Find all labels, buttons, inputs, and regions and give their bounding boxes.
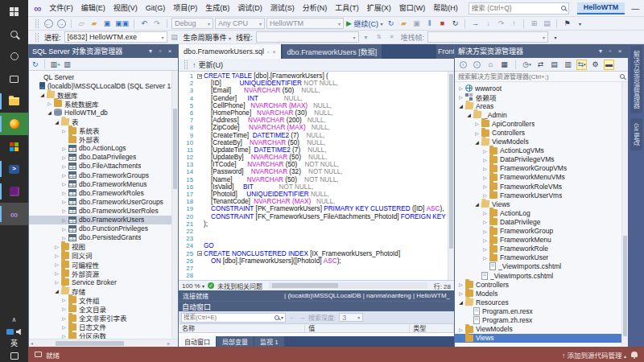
bookmark-button[interactable]: ⚑ [561,18,572,30]
window-position-icon[interactable]: ▾ [146,47,155,55]
autos-search-box[interactable]: ▾ [181,313,286,323]
home-icon[interactable]: ⌂ [485,60,496,70]
ime-indicator[interactable]: 英 [0,338,28,350]
tree-item[interactable]: ▷FrameworkUser [455,253,621,262]
code-line[interactable]: 12 [UpdateBy] NVARCHAR (50) NULL, [179,154,448,161]
autos-titlebar[interactable]: 自动窗口 [179,302,454,311]
tree-item[interactable]: Program.en.resx [455,306,621,315]
taskbar-search-button[interactable] [0,23,28,45]
expander-closed-icon[interactable]: ▷ [481,157,489,162]
thread-flag-icon[interactable]: ⇅ [374,31,385,43]
expander-closed-icon[interactable]: ▷ [60,199,68,204]
save-button[interactable]: ▣ [101,18,113,30]
tree-item[interactable]: ▷dbo.FrameworkUserRoles [29,206,171,215]
code-line[interactable]: 17 [PhotoId] UNIQUEIDENTIFIER NULL, [179,191,448,198]
switch-views-icon[interactable]: ▦ [499,60,510,70]
open-file-button[interactable]: ▰ [89,18,100,30]
tree-item[interactable]: ▷Service Broker [29,278,171,286]
tree-item[interactable]: ◢_Admin [455,110,621,119]
tree-item[interactable]: ◢表 [29,117,171,125]
code-line[interactable]: 20 CONSTRAINT [FK_FrameworkUsers_FileAtt… [179,213,448,220]
cortana-button[interactable] [0,45,28,68]
task-view-button[interactable] [0,68,28,90]
process-dropdown[interactable]: [6832] HelloWTM.exe▾ [64,31,167,43]
sql-tree-horizontal-scrollbar[interactable]: ◂▸ [29,339,178,347]
hot-reload-button[interactable]: ↻ [385,18,396,30]
tree-item[interactable]: ▷dbo.FrameworkGroups [29,171,171,179]
nav-back-icon[interactable]: ← [44,19,53,28]
tree-item[interactable]: ▷dbo.DataPrivileges [29,153,171,162]
toolbar-overflow-button[interactable]: ▾ [574,18,585,30]
code-line[interactable]: 8 [ZipCode] NVARCHAR (MAX) NULL, [179,124,448,131]
minimize-button[interactable]: — [625,0,644,16]
visual-studio-button[interactable]: ∞ [0,203,28,225]
thread-dropdown[interactable]: ▾ [256,31,359,43]
code-line[interactable]: 24GO [179,242,448,249]
expander-closed-icon[interactable]: ▷ [60,217,68,223]
tree-item[interactable]: ▷dbo.FileAttachments [29,162,171,171]
tree-item[interactable]: ▷日志文件 [29,323,171,331]
notifications-bell-icon[interactable] [631,352,638,357]
step-into-button[interactable]: ↓ [482,18,493,30]
expander-closed-icon[interactable]: ▷ [60,297,68,302]
expander-closed-icon[interactable]: ▷ [46,101,53,106]
tree-item[interactable]: ▷分区函数 [29,331,171,339]
expander-closed-icon[interactable]: ▷ [481,237,489,243]
expander-closed-icon[interactable]: ▷ [60,333,68,339]
document-tab[interactable]: FrontPa [436,44,454,59]
menu-文件F[interactable]: 文件(F) [45,0,77,17]
show-all-files-icon[interactable]: ▤ [549,60,559,70]
expander-closed-icon[interactable]: ▷ [481,210,489,216]
document-tab[interactable]: dbo.FrameworkUsers [数据] [283,44,382,59]
expander-closed-icon[interactable]: ▷ [457,290,464,296]
expander-closed-icon[interactable]: ▷ [473,121,481,126]
preview-selected-items-toggle[interactable]: ▬ [604,60,614,70]
tree-item[interactable]: ◢Resources [455,298,621,306]
zoom-level-dropdown[interactable]: 100 % ▾ [182,282,204,290]
menu-工具T[interactable]: 工具(T) [331,0,363,17]
tree-item[interactable]: ▷ActionLogVMs [455,146,621,155]
solution-search-input[interactable] [458,73,617,80]
tree-item[interactable]: ▷FrameworkMenuVMs [455,173,621,182]
menu-分析N[interactable]: 分析(N) [299,0,332,17]
tree-item[interactable]: 外部表 [29,135,171,144]
solution-search-box[interactable] [455,72,628,82]
action-center-button[interactable] [0,350,28,362]
pin-icon[interactable]: ▫ [605,47,615,55]
code-line[interactable]: 18 [TenantCode] NVARCHAR (MAX) NULL, [179,198,448,205]
toolbar-grip[interactable] [184,60,188,69]
tree-item[interactable]: ▷视图 [29,242,171,251]
tree-item[interactable]: _ViewImports.cshtml [455,271,621,280]
back-icon[interactable]: ‹ [458,60,469,70]
expander-closed-icon[interactable]: ▷ [60,190,68,195]
menu-生成B[interactable]: 生成(B) [201,0,233,17]
tree-item[interactable]: ▷全文目录 [29,304,171,313]
tree-item[interactable]: ◢Views [455,200,621,208]
quick-search-input[interactable] [472,4,561,12]
tray-icons[interactable] [0,326,28,338]
expander-closed-icon[interactable]: ▷ [457,335,464,341]
file-explorer-button[interactable] [0,90,28,113]
code-line[interactable]: 21); [179,220,448,228]
tree-item[interactable]: ◢HelloWTM_db [29,108,171,117]
tree-item[interactable]: ▷FrameworkRole [455,245,621,253]
column-header-name[interactable]: 名称 [179,324,305,332]
forward-icon[interactable]: › [472,60,482,70]
tree-item[interactable]: ▷FrameworkGroupVMs [455,164,621,173]
tree-item[interactable]: ◢ViewModels [455,138,621,146]
expander-closed-icon[interactable]: ▷ [457,282,464,287]
expander-closed-icon[interactable]: ▷ [53,279,60,285]
continue-button[interactable]: ▶ 继续(C) ▾ [345,18,383,30]
expander-closed-icon[interactable]: ▷ [60,226,68,232]
toolbar-overflow-button[interactable]: ▾ [550,31,561,43]
expander-closed-icon[interactable]: ▷ [60,235,68,241]
sync-with-active-document-toggle[interactable]: ⇆▾ [576,60,587,70]
purple-app-button[interactable] [0,180,28,203]
tree-item[interactable]: ▷dbo.FunctionPrivileges [29,224,171,233]
restart-button[interactable]: ↻ [449,18,460,30]
code-line[interactable]: 28 [179,272,448,279]
expander-closed-icon[interactable]: ▷ [53,261,60,267]
redo-button[interactable]: ↷ [151,18,163,30]
tree-item[interactable]: ▷Models [455,289,621,298]
tree-item[interactable]: QL Server [29,72,171,81]
